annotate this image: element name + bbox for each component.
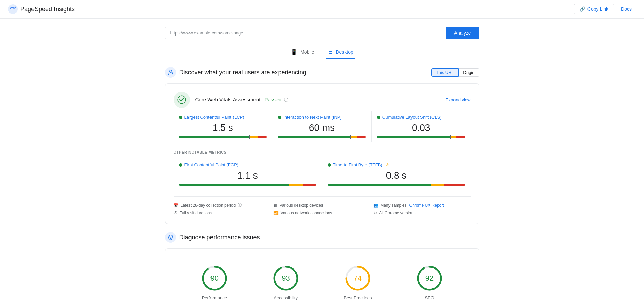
link-icon: 🔗 [580, 6, 585, 12]
diagnose-title: Diagnose performance issues [179, 234, 260, 241]
collection-info-icon[interactable]: ⓘ [238, 202, 242, 208]
tab-mobile-label: Mobile [300, 49, 314, 55]
copy-link-button[interactable]: 🔗 Copy Link [574, 4, 614, 14]
ttfb-bar-marker [431, 183, 431, 187]
lcp-dot [179, 116, 182, 119]
metric-ttfb-value: 0.8 s [328, 170, 465, 181]
fcp-bar-good [179, 184, 289, 186]
metric-ttfb-name[interactable]: Time to First Byte (TTFB) ⚠ [328, 162, 465, 167]
analyze-button[interactable]: Analyze [446, 27, 479, 39]
filter-origin-button[interactable]: Origin [459, 68, 479, 77]
lcp-bar-good [179, 136, 249, 138]
filter-this-url-button[interactable]: This URL [431, 68, 459, 77]
other-metrics-label: OTHER NOTABLE METRICS [174, 150, 471, 154]
device-tabs: 📱 Mobile 🖥 Desktop [165, 46, 479, 59]
footer-chrome-versions: ⚙ All Chrome versions [373, 211, 470, 215]
footer-many-samples: 👥 Many samples Chrome UX Report [373, 202, 470, 208]
network-icon: 📶 [273, 211, 279, 215]
seo-circle: 92 [416, 265, 443, 292]
scores-grid: 90 Performance 93 Accessibility [174, 257, 471, 304]
cwv-assessment: Core Web Vitals Assessment: Passed ⓘ [195, 97, 289, 103]
cwv-assessment-status: Passed [264, 97, 281, 102]
svg-point-0 [8, 4, 18, 14]
footer-desktop-devices: 🖥 Various desktop devices [273, 202, 371, 208]
metric-fcp-name[interactable]: First Contentful Paint (FCP) [179, 162, 316, 167]
fcp-dot [179, 163, 182, 167]
lcp-bar-poor [258, 136, 267, 138]
ttfb-bar-needs [431, 184, 445, 186]
mobile-icon: 📱 [291, 49, 297, 55]
fcp-bar-needs [289, 184, 303, 186]
score-seo: 92 SEO [416, 265, 443, 300]
calendar-icon: 📅 [174, 203, 179, 208]
cls-bar-poor [456, 136, 465, 138]
accessibility-circle: 93 [272, 265, 299, 292]
seo-score: 92 [425, 274, 434, 283]
ttfb-dot [328, 163, 331, 167]
people-icon: 👥 [373, 203, 378, 208]
crux-section-header: Discover what your real users are experi… [165, 67, 479, 78]
ttfb-bar-poor [444, 184, 465, 186]
performance-score: 90 [210, 274, 219, 283]
cls-bar-good [377, 136, 450, 138]
expand-view-link[interactable]: Expand view [446, 97, 471, 102]
accessibility-label: Accessibility [274, 295, 298, 300]
crux-title: Discover what your real users are experi… [179, 69, 306, 76]
svg-point-3 [172, 72, 173, 73]
scores-card: 90 Performance 93 Accessibility [165, 248, 479, 304]
inp-bar-poor [357, 136, 366, 138]
performance-label: Performance [202, 295, 227, 300]
docs-button[interactable]: Docs [617, 4, 636, 14]
metric-cls-name[interactable]: Cumulative Layout Shift (CLS) [377, 115, 465, 120]
score-performance: 90 Performance [201, 265, 228, 300]
seo-label: SEO [425, 295, 434, 300]
inp-bar-marker [350, 135, 351, 139]
gear-icon: ⚙ [373, 211, 377, 215]
diagnose-section-icon [165, 232, 176, 243]
metric-fcp-bar [179, 184, 316, 186]
cls-dot [377, 116, 380, 119]
score-best-practices: 74 Best Practices [343, 265, 372, 300]
metric-lcp-name[interactable]: Largest Contentful Paint (LCP) [179, 115, 267, 120]
metric-inp-name[interactable]: Interaction to Next Paint (INP) [278, 115, 366, 120]
metric-lcp-value: 1.5 s [179, 122, 267, 133]
ttfb-warning-icon: ⚠ [386, 162, 390, 167]
desktop-icon: 🖥 [328, 49, 333, 55]
footer-collection-period: 📅 Latest 28-day collection period ⓘ [174, 202, 271, 208]
tab-desktop[interactable]: 🖥 Desktop [326, 46, 354, 59]
best-practices-circle: 74 [344, 265, 371, 292]
best-practices-label: Best Practices [343, 295, 372, 300]
metric-inp: Interaction to Next Paint (INP) 60 ms [272, 111, 372, 142]
tab-mobile[interactable]: 📱 Mobile [289, 46, 315, 59]
metric-ttfb-bar [328, 184, 465, 186]
fcp-bar-poor [303, 184, 316, 186]
cwv-card: Core Web Vitals Assessment: Passed ⓘ Exp… [165, 83, 479, 224]
metric-lcp: Largest Contentful Paint (LCP) 1.5 s [174, 111, 273, 142]
timer-icon: ⏱ [174, 211, 178, 215]
diagnose-section: Diagnose performance issues 90 Performan… [165, 232, 479, 304]
cwv-main-metrics: Largest Contentful Paint (LCP) 1.5 s Int… [174, 111, 471, 142]
header-actions: 🔗 Copy Link Docs [574, 4, 636, 14]
svg-point-2 [169, 70, 172, 72]
logo-area: PageSpeed Insights [8, 4, 75, 14]
url-filter: This URL Origin [431, 68, 479, 77]
app-title: PageSpeed Insights [20, 6, 75, 13]
best-practices-score: 74 [354, 274, 362, 283]
tab-desktop-label: Desktop [336, 49, 353, 55]
url-input[interactable] [165, 27, 443, 39]
svg-point-1 [12, 7, 14, 8]
footer-network: 📶 Various network connections [273, 211, 371, 215]
cwv-info-icon[interactable]: ⓘ [284, 97, 288, 102]
metric-lcp-bar [179, 136, 267, 138]
lcp-bar-marker [249, 135, 250, 139]
copy-link-label: Copy Link [587, 6, 608, 12]
pagespeed-logo-icon [8, 4, 18, 14]
metric-cls-value: 0.03 [377, 122, 465, 133]
chrome-ux-report-link[interactable]: Chrome UX Report [409, 203, 444, 208]
metric-cls-bar [377, 136, 465, 138]
inp-bar-needs [350, 136, 357, 138]
ttfb-bar-good [328, 184, 431, 186]
cwv-assessment-prefix: Core Web Vitals Assessment: [195, 97, 262, 102]
cls-bar-needs [450, 136, 456, 138]
inp-dot [278, 116, 281, 119]
